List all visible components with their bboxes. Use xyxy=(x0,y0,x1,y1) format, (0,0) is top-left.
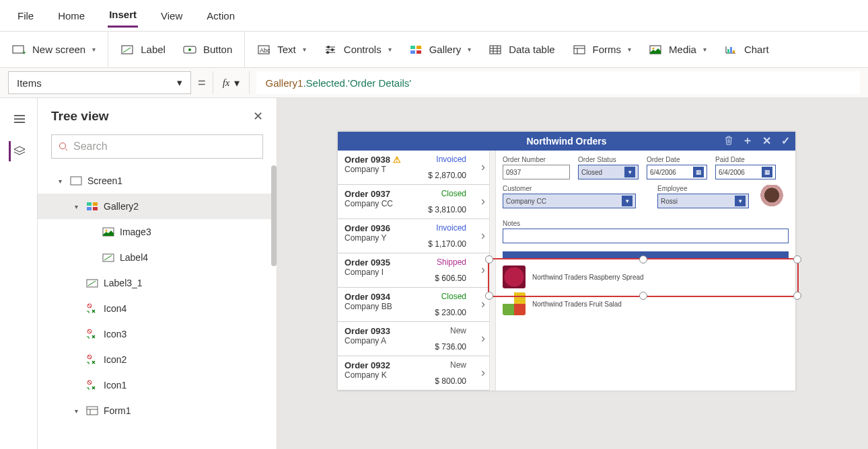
scrollbar[interactable] xyxy=(271,165,277,266)
gallery-menu-label: Gallery xyxy=(429,44,462,55)
icon-icon xyxy=(86,329,98,339)
order-detail-item[interactable]: Northwind Traders Fruit Salad xyxy=(503,290,789,317)
order-date-picker[interactable]: 6/4/2006▦ xyxy=(647,165,707,179)
media-menu-label: Media xyxy=(669,44,696,55)
svg-point-9 xyxy=(326,51,329,54)
icon-icon xyxy=(86,380,98,391)
menu-action[interactable]: Action xyxy=(205,5,236,27)
tree-twisty-icon[interactable]: ▾ xyxy=(71,203,81,210)
order-row[interactable]: Order 0934Company BBClosed$ 230.00› xyxy=(338,288,489,322)
delete-icon[interactable] xyxy=(723,134,735,147)
paid-date-label: Paid Date xyxy=(715,156,776,163)
tree-node-icon2[interactable]: Icon2 xyxy=(38,347,277,372)
employee-dropdown[interactable]: Rossi▾ xyxy=(657,194,749,208)
tree-node-image3[interactable]: Image3 xyxy=(38,219,277,245)
order-detail-item[interactable]: Northwind Traders Raspberry Spread xyxy=(503,263,789,290)
chevron-right-icon[interactable]: › xyxy=(481,160,485,174)
menu-home[interactable]: Home xyxy=(57,5,86,27)
tree-node-label: Icon3 xyxy=(104,329,126,339)
menu-view[interactable]: View xyxy=(159,5,184,27)
button-button[interactable]: Button xyxy=(183,44,232,56)
tree-view-rail-button[interactable] xyxy=(9,141,29,161)
order-row[interactable]: Order 0938 ⚠Company TInvoiced$ 2,870.00› xyxy=(338,151,489,185)
cancel-icon[interactable]: ✕ xyxy=(760,134,772,147)
property-selector[interactable]: Items ▾ xyxy=(8,71,191,94)
chevron-right-icon[interactable]: › xyxy=(481,263,485,277)
order-amount: $ 800.00 xyxy=(435,376,466,386)
tree-node-screen1[interactable]: ▾Screen1 xyxy=(38,168,277,194)
tree-search-input[interactable]: Search xyxy=(51,134,263,159)
order-number-label: Order Number xyxy=(503,156,570,163)
order-number-value: 0937 xyxy=(503,165,570,179)
forms-menu[interactable]: Forms ▾ xyxy=(573,44,632,56)
status-dropdown[interactable]: Closed▾ xyxy=(578,165,639,179)
app-title: Northwind Orders xyxy=(526,136,606,147)
formula-input[interactable]: Gallery1.Selected.'Order Details' xyxy=(256,71,860,94)
tree-node-label3_1[interactable]: Label3_1 xyxy=(38,270,277,296)
accept-icon[interactable]: ✓ xyxy=(779,134,791,147)
new-screen-button[interactable]: + New screen ▾ xyxy=(12,44,96,56)
equals-icon: = xyxy=(198,75,206,91)
chart-menu[interactable]: Chart xyxy=(724,44,769,56)
canvas-area[interactable]: Northwind Orders ＋ ✕ ✓ Order 0938 ⚠Compa… xyxy=(277,98,868,449)
tree-node-icon3[interactable]: Icon3 xyxy=(38,321,277,347)
paid-date-picker[interactable]: 6/4/2006▦ xyxy=(715,165,776,179)
chevron-right-icon[interactable]: › xyxy=(481,229,485,243)
gallery-menu[interactable]: Gallery ▾ xyxy=(409,44,472,56)
chevron-right-icon[interactable]: › xyxy=(481,366,485,380)
hamburger-button[interactable] xyxy=(9,109,29,129)
tree-twisty-icon[interactable]: ▾ xyxy=(71,407,81,415)
tree-twisty-icon[interactable]: ▾ xyxy=(55,177,65,185)
add-icon[interactable]: ＋ xyxy=(742,134,754,147)
chevron-right-icon[interactable]: › xyxy=(481,331,485,345)
label-button-text: Label xyxy=(141,44,166,55)
svg-rect-14 xyxy=(490,46,501,54)
search-icon xyxy=(59,142,68,151)
order-row[interactable]: Order 0937Company CCClosed$ 3,810.00› xyxy=(338,185,489,219)
orders-scrollbar[interactable] xyxy=(489,151,496,391)
controls-menu[interactable]: Controls ▾ xyxy=(324,44,392,56)
tree-node-label4[interactable]: Label4 xyxy=(38,245,277,270)
text-menu[interactable]: Abc Text ▾ xyxy=(257,44,306,56)
calendar-icon: ▦ xyxy=(693,167,704,177)
paid-date-value: 6/4/2006 xyxy=(719,169,745,176)
chevron-down-icon: ▾ xyxy=(624,167,635,177)
order-row[interactable]: Order 0936Company YInvoiced$ 1,170.00› xyxy=(338,219,489,253)
svg-rect-10 xyxy=(410,46,415,49)
svg-point-8 xyxy=(331,48,334,51)
svg-rect-20 xyxy=(733,50,735,53)
close-panel-button[interactable]: ✕ xyxy=(253,109,263,124)
media-menu[interactable]: Media ▾ xyxy=(649,44,707,56)
customer-dropdown[interactable]: Company CC▾ xyxy=(503,194,636,208)
tree-node-icon4[interactable]: Icon4 xyxy=(38,296,277,321)
order-row[interactable]: Order 0933Company ANew$ 736.00› xyxy=(338,322,489,356)
label-button[interactable]: Label xyxy=(120,44,166,56)
order-detail-form: Order Number 0937 Order Status Closed▾ O… xyxy=(496,151,795,391)
layers-icon xyxy=(13,146,26,157)
menu-file[interactable]: File xyxy=(16,5,35,27)
employee-label: Employee xyxy=(657,185,749,192)
fx-button[interactable]: fx ▾ xyxy=(213,71,250,94)
svg-rect-35 xyxy=(87,407,98,415)
tree-node-form1[interactable]: ▾Form1 xyxy=(38,398,277,423)
formula-token-object: Gallery1 xyxy=(266,77,303,89)
data-table-button[interactable]: Data table xyxy=(489,44,554,56)
menu-insert[interactable]: Insert xyxy=(108,3,138,28)
chevron-right-icon[interactable]: › xyxy=(481,194,485,208)
chevron-right-icon[interactable]: › xyxy=(481,297,485,311)
svg-rect-22 xyxy=(71,177,81,185)
orders-gallery[interactable]: Order 0938 ⚠Company TInvoiced$ 2,870.00›… xyxy=(338,151,489,391)
tree-node-icon1[interactable]: Icon1 xyxy=(38,372,277,398)
app-menubar: FileHomeInsertViewAction xyxy=(0,0,868,31)
warning-icon: ⚠ xyxy=(393,155,401,165)
notes-input[interactable] xyxy=(503,229,789,243)
svg-rect-26 xyxy=(93,207,98,210)
tree-node-gallery2[interactable]: ▾Gallery2 xyxy=(38,194,277,219)
tree-node-label: Icon1 xyxy=(104,380,126,391)
button-button-text: Button xyxy=(203,44,232,55)
svg-text:Abc: Abc xyxy=(260,47,270,54)
svg-point-17 xyxy=(653,47,655,49)
order-row[interactable]: Order 0932Company KNew$ 800.00› xyxy=(338,356,489,391)
order-row[interactable]: Order 0935Company IShipped$ 606.50› xyxy=(338,253,489,288)
chevron-down-icon: ▾ xyxy=(628,46,631,53)
